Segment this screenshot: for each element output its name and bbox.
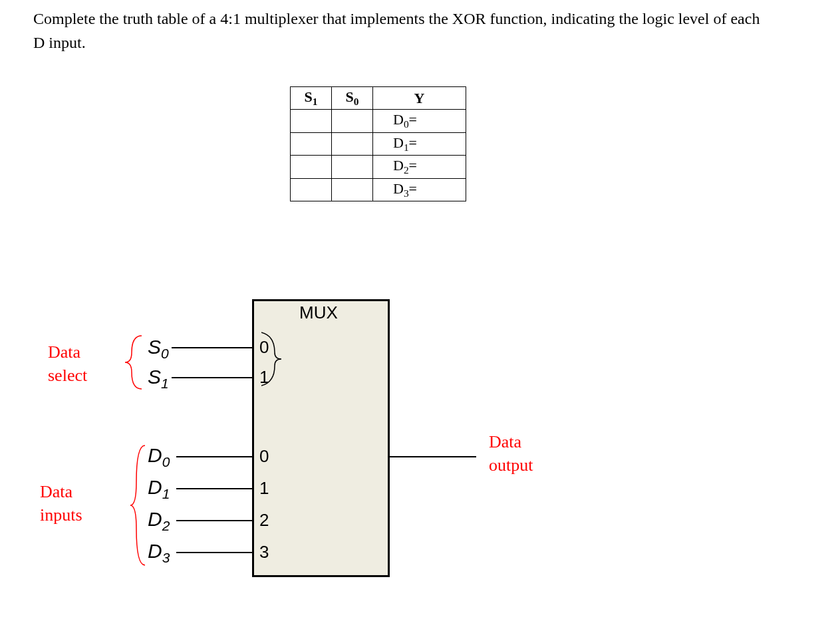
annotation-data-inputs: Data inputs bbox=[40, 480, 82, 527]
wire-d2 bbox=[176, 520, 252, 521]
truth-table: S1 S0 Y D0= D1= D2= D3= bbox=[290, 86, 466, 201]
cell-y-2-prefix: D bbox=[393, 157, 404, 174]
signal-s1-sub: 1 bbox=[161, 376, 169, 391]
cell-s0-2 bbox=[332, 156, 373, 178]
wire-d3 bbox=[176, 552, 252, 553]
signal-d1-sub: 1 bbox=[162, 486, 170, 501]
select-brace-left-icon bbox=[122, 332, 145, 392]
cell-s0-1 bbox=[332, 132, 373, 155]
cell-s1-3 bbox=[291, 178, 332, 201]
mux-title: MUX bbox=[299, 303, 338, 323]
signal-d2: D2 bbox=[148, 508, 170, 534]
wire-d1 bbox=[176, 488, 252, 489]
cell-y-1-prefix: D bbox=[393, 134, 404, 151]
header-s0-text: S bbox=[346, 88, 354, 105]
signal-s0: S0 bbox=[148, 336, 169, 362]
cell-y-0-prefix: D bbox=[393, 111, 404, 128]
data-brace-left-icon bbox=[128, 442, 148, 568]
signal-d0-text: D bbox=[148, 444, 162, 466]
signal-d3-sub: 3 bbox=[162, 550, 170, 565]
wire-d0 bbox=[176, 456, 252, 457]
signal-d3-text: D bbox=[148, 540, 162, 562]
header-s0-sub: 0 bbox=[354, 96, 359, 107]
cell-y-1-sub: 1 bbox=[404, 142, 409, 153]
cell-y-3-sub: 3 bbox=[404, 187, 409, 199]
header-y: Y bbox=[373, 87, 466, 110]
cell-y-0-sub: 0 bbox=[404, 119, 409, 130]
cell-y-1: D1= bbox=[373, 132, 466, 155]
cell-y-3-suffix: = bbox=[409, 180, 417, 197]
signal-s0-sub: 0 bbox=[161, 346, 169, 361]
annotation-data-select: Data select bbox=[48, 340, 87, 387]
cell-y-1-suffix: = bbox=[409, 134, 417, 151]
signal-d2-text: D bbox=[148, 508, 162, 530]
wire-s1 bbox=[172, 377, 252, 378]
wire-output bbox=[390, 456, 476, 457]
signal-s1-text: S bbox=[148, 366, 161, 388]
signal-d0-sub: 0 bbox=[162, 454, 170, 469]
cell-s1-2 bbox=[291, 156, 332, 178]
question-text: Complete the truth table of a 4:1 multip… bbox=[33, 7, 765, 55]
cell-y-2-sub: 2 bbox=[404, 165, 409, 176]
table-row: D0= bbox=[291, 110, 466, 132]
header-s0: S0 bbox=[332, 87, 373, 110]
table-header-row: S1 S0 Y bbox=[291, 87, 466, 110]
cell-y-2-suffix: = bbox=[409, 157, 417, 174]
data-pin-0: 0 bbox=[259, 446, 269, 467]
select-pin-0: 0 bbox=[259, 337, 269, 358]
data-pin-2: 2 bbox=[259, 510, 269, 531]
header-s1: S1 bbox=[291, 87, 332, 110]
signal-d0: D0 bbox=[148, 444, 170, 470]
table-row: D1= bbox=[291, 132, 466, 155]
signal-d1: D1 bbox=[148, 476, 170, 502]
data-pin-1: 1 bbox=[259, 478, 269, 499]
select-pin-1: 1 bbox=[259, 367, 269, 388]
cell-y-0-suffix: = bbox=[409, 111, 417, 128]
signal-d3: D3 bbox=[148, 540, 170, 566]
cell-y-3-prefix: D bbox=[393, 180, 404, 197]
mux-diagram: MUX 0 1 0 1 2 3 S0 S1 D0 D1 D2 D3 Data s… bbox=[0, 293, 599, 623]
header-s1-sub: 1 bbox=[313, 96, 318, 107]
cell-s1-0 bbox=[291, 110, 332, 132]
table-row: D3= bbox=[291, 178, 466, 201]
table-row: D2= bbox=[291, 156, 466, 178]
cell-y-3: D3= bbox=[373, 178, 466, 201]
cell-s0-3 bbox=[332, 178, 373, 201]
wire-s0 bbox=[172, 347, 252, 348]
header-s1-text: S bbox=[305, 88, 313, 105]
signal-d2-sub: 2 bbox=[162, 518, 170, 533]
cell-y-0: D0= bbox=[373, 110, 466, 132]
signal-s1: S1 bbox=[148, 366, 169, 392]
cell-s0-0 bbox=[332, 110, 373, 132]
signal-d1-text: D bbox=[148, 476, 162, 498]
data-pin-3: 3 bbox=[259, 542, 269, 562]
cell-y-2: D2= bbox=[373, 156, 466, 178]
annotation-data-output: Data output bbox=[489, 430, 533, 477]
cell-s1-1 bbox=[291, 132, 332, 155]
signal-s0-text: S bbox=[148, 336, 161, 358]
